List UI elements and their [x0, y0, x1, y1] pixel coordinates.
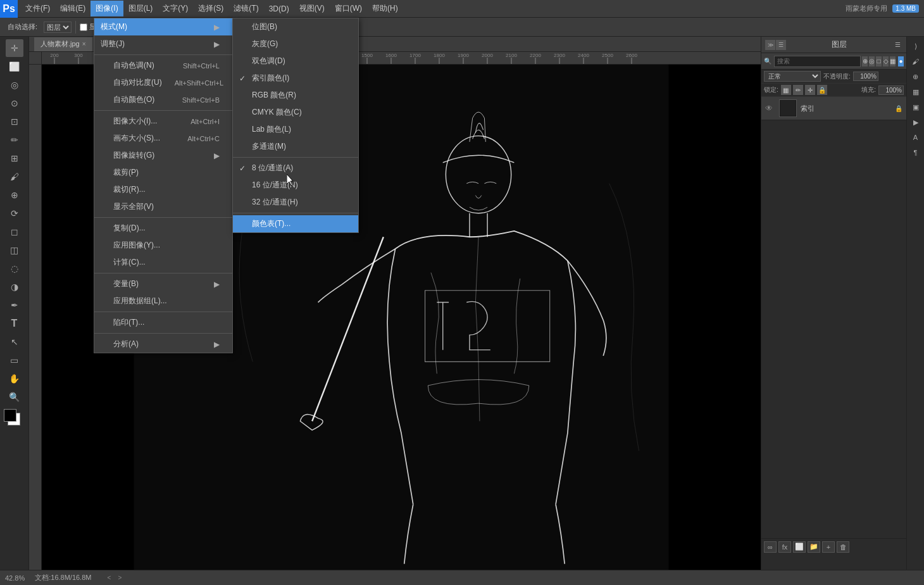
menu-item-adjust[interactable]: 调整(J) ▶: [94, 35, 232, 53]
menu-item-trim[interactable]: 裁切(R)...: [94, 181, 232, 198]
tool-move[interactable]: ✛: [6, 39, 23, 57]
right-icon-3d[interactable]: ▣: [909, 100, 923, 114]
menu-window[interactable]: 窗口(W): [330, 1, 367, 16]
tool-blur[interactable]: ◌: [6, 260, 23, 277]
layer-visibility-icon[interactable]: 👁: [765, 104, 775, 113]
tool-rect-select[interactable]: ⬜: [6, 58, 23, 75]
tool-quick-select[interactable]: ⊙: [6, 94, 23, 112]
tool-pen[interactable]: ✒: [6, 296, 23, 314]
filter-adjusted[interactable]: ◎: [869, 56, 875, 66]
right-icon-brush[interactable]: 🖌: [909, 54, 923, 68]
expand-btn[interactable]: ☰: [776, 40, 786, 50]
tool-lasso[interactable]: ◎: [6, 76, 23, 94]
link-layers-btn[interactable]: ∞: [764, 541, 777, 553]
tool-gradient[interactable]: ◫: [6, 241, 23, 259]
mode-bitmap[interactable]: 位图(B): [233, 18, 358, 35]
menu-item-canvas-size[interactable]: 画布大小(S)... Alt+Ctrl+C: [94, 130, 232, 147]
menu-edit[interactable]: 编辑(E): [55, 1, 91, 16]
tool-eyedropper[interactable]: ✏: [6, 131, 23, 149]
menu-layer[interactable]: 图层(L): [123, 1, 158, 16]
layer-item-index[interactable]: 👁 索引 🔒: [761, 97, 906, 120]
menu-view[interactable]: 视图(V): [294, 1, 330, 16]
right-icon-collapse[interactable]: ⟩: [909, 39, 923, 53]
mode-lab[interactable]: Lab 颜色(L): [233, 121, 358, 138]
filter-artboard[interactable]: ▦: [890, 56, 896, 66]
lock-position[interactable]: ✛: [805, 85, 815, 95]
menu-help[interactable]: 帮助(H): [367, 1, 403, 16]
tool-text[interactable]: T: [6, 315, 23, 332]
right-icon-char[interactable]: A: [909, 130, 923, 144]
tool-dodge[interactable]: ◑: [6, 278, 23, 296]
right-icon-pattern[interactable]: ▦: [909, 85, 923, 99]
delete-layer-btn[interactable]: 🗑: [837, 541, 849, 553]
panel-menu[interactable]: ☰: [892, 40, 902, 50]
move-tool-options[interactable]: 自动选择:: [4, 21, 41, 33]
menu-item-auto-color[interactable]: 自动颜色(O) Shift+Ctrl+B: [94, 91, 232, 108]
menu-filter[interactable]: 滤镜(T): [228, 1, 263, 16]
mode-indexed[interactable]: 索引颜色(I): [233, 70, 358, 87]
menu-item-analysis[interactable]: 分析(A) ▶: [94, 336, 232, 353]
tool-stamp[interactable]: ⊕: [6, 186, 23, 204]
menu-image[interactable]: 图像(I): [91, 1, 123, 16]
mode-multichannel[interactable]: 多通道(M): [233, 138, 358, 155]
tool-heal[interactable]: ⊞: [6, 149, 23, 167]
auto-select-dropdown[interactable]: 图层 组: [44, 22, 72, 33]
file-tab-close[interactable]: ×: [82, 41, 86, 47]
tool-path-select[interactable]: ↖: [6, 333, 23, 351]
fill-input[interactable]: [878, 85, 904, 95]
menu-item-auto-contrast[interactable]: 自动对比度(U) Alt+Shift+Ctrl+L: [94, 74, 232, 91]
tool-hand[interactable]: ✋: [6, 370, 23, 387]
scroll-left-btn[interactable]: <: [104, 573, 114, 583]
lock-all[interactable]: 🔒: [817, 85, 827, 95]
right-icon-para[interactable]: ¶: [909, 146, 923, 160]
lock-image[interactable]: ✏: [793, 85, 803, 95]
menu-item-apply-data[interactable]: 应用数据组(L)...: [94, 292, 232, 310]
menu-text[interactable]: 文字(Y): [158, 1, 193, 16]
mode-colortable[interactable]: 颜色表(T)...: [233, 215, 358, 232]
mode-duotone[interactable]: 双色调(D): [233, 53, 358, 70]
menu-item-variables[interactable]: 变量(B) ▶: [94, 275, 232, 292]
tool-history[interactable]: ⟳: [6, 204, 23, 222]
transform-controls-checkbox[interactable]: [80, 23, 87, 31]
filter-active-btn[interactable]: ●: [898, 56, 904, 66]
menu-item-trap[interactable]: 陷印(T)...: [94, 314, 232, 331]
menu-item-mode[interactable]: 模式(M) ▶: [94, 18, 232, 35]
mode-32bit[interactable]: 32 位/通道(H): [233, 194, 358, 211]
layers-search-input[interactable]: [774, 56, 861, 67]
mode-rgb[interactable]: RGB 颜色(R): [233, 87, 358, 104]
tool-eraser[interactable]: ◻: [6, 223, 23, 241]
menu-item-duplicate[interactable]: 复制(D)...: [94, 220, 232, 237]
tool-zoom[interactable]: 🔍: [6, 388, 23, 406]
mode-grayscale[interactable]: 灰度(G): [233, 35, 358, 53]
blend-mode-select[interactable]: 正常 溶解 正片叠底: [764, 71, 821, 82]
menu-3d[interactable]: 3D(D): [264, 2, 294, 16]
collapse-btn[interactable]: ≫: [765, 40, 775, 50]
mode-16bit[interactable]: 16 位/通道(N): [233, 177, 358, 194]
menu-file[interactable]: 文件(F): [20, 1, 55, 16]
filter-smartobj[interactable]: □: [876, 56, 882, 66]
file-tab[interactable]: 人物素材.jpg ×: [34, 37, 92, 51]
menu-item-reveal-all[interactable]: 显示全部(V): [94, 198, 232, 215]
menu-item-apply-image[interactable]: 应用图像(Y)...: [94, 237, 232, 254]
menu-item-rotate[interactable]: 图像旋转(G) ▶: [94, 147, 232, 164]
tool-brush[interactable]: 🖌: [6, 168, 23, 186]
filter-type[interactable]: ⊕: [862, 56, 868, 66]
opacity-input[interactable]: [853, 72, 878, 81]
right-icon-clone[interactable]: ⊕: [909, 70, 923, 84]
menu-item-calc[interactable]: 计算(C)...: [94, 254, 232, 271]
new-layer-btn[interactable]: +: [822, 541, 835, 553]
fx-btn[interactable]: fx: [778, 541, 791, 553]
menu-item-img-size[interactable]: 图像大小(I)... Alt+Ctrl+I: [94, 113, 232, 130]
new-group-btn[interactable]: 📁: [808, 541, 820, 553]
right-icon-timeline[interactable]: ▶: [909, 115, 923, 129]
foreground-color[interactable]: [4, 409, 16, 422]
menu-item-crop[interactable]: 裁剪(P): [94, 164, 232, 181]
menu-item-auto-tone[interactable]: 自动色调(N) Shift+Ctrl+L: [94, 57, 232, 74]
tool-shape[interactable]: ▭: [6, 351, 23, 369]
mode-8bit[interactable]: 8 位/通道(A): [233, 160, 358, 177]
menu-select[interactable]: 选择(S): [193, 1, 228, 16]
mode-cmyk[interactable]: CMYK 颜色(C): [233, 104, 358, 121]
scroll-right-btn[interactable]: >: [115, 573, 125, 583]
new-mask-btn[interactable]: ⬜: [793, 541, 806, 553]
filter-selected[interactable]: ◇: [883, 56, 889, 66]
